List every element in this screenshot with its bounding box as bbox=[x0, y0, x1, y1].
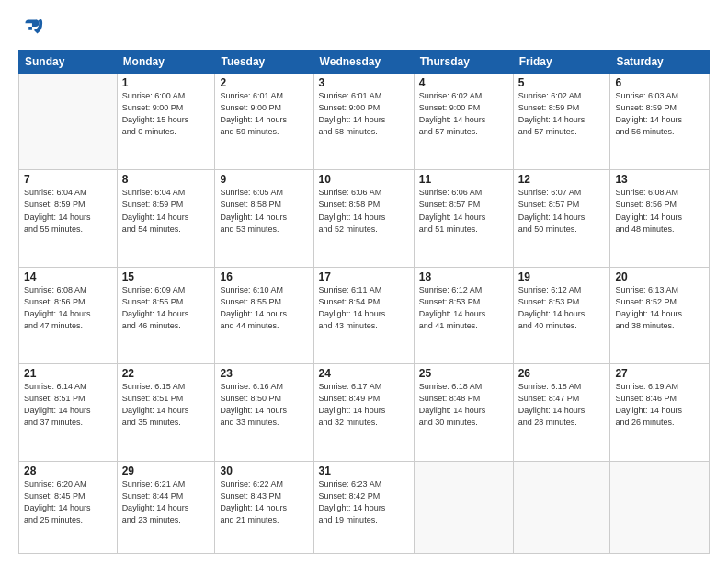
calendar-cell: 23Sunrise: 6:16 AM Sunset: 8:50 PM Dayli… bbox=[215, 364, 313, 461]
day-number: 23 bbox=[220, 367, 308, 380]
day-number: 16 bbox=[220, 270, 308, 283]
calendar-cell: 31Sunrise: 6:23 AM Sunset: 8:42 PM Dayli… bbox=[313, 461, 414, 553]
calendar-cell: 21Sunrise: 6:14 AM Sunset: 8:51 PM Dayli… bbox=[19, 364, 118, 461]
day-number: 25 bbox=[419, 367, 508, 380]
day-info: Sunrise: 6:08 AM Sunset: 8:56 PM Dayligh… bbox=[24, 284, 112, 332]
day-info: Sunrise: 6:05 AM Sunset: 8:58 PM Dayligh… bbox=[220, 187, 308, 235]
day-number: 30 bbox=[220, 465, 308, 477]
day-info: Sunrise: 6:09 AM Sunset: 8:55 PM Dayligh… bbox=[122, 284, 210, 332]
calendar-cell: 1Sunrise: 6:00 AM Sunset: 9:00 PM Daylig… bbox=[117, 74, 215, 170]
day-number: 13 bbox=[615, 173, 704, 186]
day-info: Sunrise: 6:12 AM Sunset: 8:53 PM Dayligh… bbox=[518, 284, 606, 332]
calendar-cell: 25Sunrise: 6:18 AM Sunset: 8:48 PM Dayli… bbox=[414, 364, 513, 461]
day-number: 1 bbox=[122, 76, 210, 89]
calendar-cell: 26Sunrise: 6:18 AM Sunset: 8:47 PM Dayli… bbox=[513, 364, 610, 461]
day-number: 9 bbox=[220, 173, 308, 186]
calendar-cell: 13Sunrise: 6:08 AM Sunset: 8:56 PM Dayli… bbox=[610, 170, 710, 267]
day-info: Sunrise: 6:04 AM Sunset: 8:59 PM Dayligh… bbox=[24, 187, 112, 235]
weekday-header-saturday: Saturday bbox=[610, 51, 710, 74]
day-number: 22 bbox=[122, 367, 210, 380]
calendar-cell: 9Sunrise: 6:05 AM Sunset: 8:58 PM Daylig… bbox=[215, 170, 313, 267]
logo-icon bbox=[18, 15, 44, 40]
week-row-3: 14Sunrise: 6:08 AM Sunset: 8:56 PM Dayli… bbox=[19, 267, 710, 363]
calendar-cell bbox=[414, 461, 513, 553]
day-info: Sunrise: 6:08 AM Sunset: 8:56 PM Dayligh… bbox=[615, 187, 704, 235]
calendar-cell: 16Sunrise: 6:10 AM Sunset: 8:55 PM Dayli… bbox=[215, 267, 313, 363]
week-row-4: 21Sunrise: 6:14 AM Sunset: 8:51 PM Dayli… bbox=[19, 364, 710, 461]
day-number: 14 bbox=[24, 270, 112, 283]
day-number: 17 bbox=[319, 270, 409, 283]
header bbox=[18, 15, 710, 40]
day-info: Sunrise: 6:11 AM Sunset: 8:54 PM Dayligh… bbox=[319, 284, 409, 332]
calendar-cell: 30Sunrise: 6:22 AM Sunset: 8:43 PM Dayli… bbox=[215, 461, 313, 553]
day-number: 27 bbox=[615, 367, 704, 380]
weekday-header-tuesday: Tuesday bbox=[215, 51, 313, 74]
day-number: 29 bbox=[122, 465, 210, 477]
day-info: Sunrise: 6:20 AM Sunset: 8:45 PM Dayligh… bbox=[24, 478, 112, 526]
day-number: 26 bbox=[518, 367, 606, 380]
day-info: Sunrise: 6:06 AM Sunset: 8:58 PM Dayligh… bbox=[319, 187, 409, 235]
day-info: Sunrise: 6:02 AM Sunset: 9:00 PM Dayligh… bbox=[419, 90, 508, 138]
calendar-cell: 29Sunrise: 6:21 AM Sunset: 8:44 PM Dayli… bbox=[117, 461, 215, 553]
calendar-cell: 2Sunrise: 6:01 AM Sunset: 9:00 PM Daylig… bbox=[215, 74, 313, 170]
calendar-cell bbox=[19, 74, 118, 170]
calendar-cell: 6Sunrise: 6:03 AM Sunset: 8:59 PM Daylig… bbox=[610, 74, 710, 170]
day-info: Sunrise: 6:12 AM Sunset: 8:53 PM Dayligh… bbox=[419, 284, 508, 332]
day-number: 8 bbox=[122, 173, 210, 186]
day-number: 20 bbox=[615, 270, 704, 283]
calendar-cell: 12Sunrise: 6:07 AM Sunset: 8:57 PM Dayli… bbox=[513, 170, 610, 267]
day-info: Sunrise: 6:23 AM Sunset: 8:42 PM Dayligh… bbox=[319, 478, 409, 526]
calendar-cell: 4Sunrise: 6:02 AM Sunset: 9:00 PM Daylig… bbox=[414, 74, 513, 170]
day-info: Sunrise: 6:03 AM Sunset: 8:59 PM Dayligh… bbox=[615, 90, 704, 138]
day-info: Sunrise: 6:19 AM Sunset: 8:46 PM Dayligh… bbox=[615, 381, 704, 429]
day-number: 31 bbox=[319, 465, 409, 477]
calendar-cell: 3Sunrise: 6:01 AM Sunset: 9:00 PM Daylig… bbox=[313, 74, 414, 170]
day-info: Sunrise: 6:01 AM Sunset: 9:00 PM Dayligh… bbox=[319, 90, 409, 138]
logo bbox=[18, 15, 48, 40]
day-number: 28 bbox=[24, 465, 112, 477]
day-number: 11 bbox=[419, 173, 508, 186]
day-info: Sunrise: 6:06 AM Sunset: 8:57 PM Dayligh… bbox=[419, 187, 508, 235]
calendar-cell: 8Sunrise: 6:04 AM Sunset: 8:59 PM Daylig… bbox=[117, 170, 215, 267]
calendar-cell: 15Sunrise: 6:09 AM Sunset: 8:55 PM Dayli… bbox=[117, 267, 215, 363]
calendar-cell: 11Sunrise: 6:06 AM Sunset: 8:57 PM Dayli… bbox=[414, 170, 513, 267]
calendar-cell: 18Sunrise: 6:12 AM Sunset: 8:53 PM Dayli… bbox=[414, 267, 513, 363]
weekday-header-row: SundayMondayTuesdayWednesdayThursdayFrid… bbox=[19, 51, 710, 74]
day-info: Sunrise: 6:07 AM Sunset: 8:57 PM Dayligh… bbox=[518, 187, 606, 235]
calendar-cell: 28Sunrise: 6:20 AM Sunset: 8:45 PM Dayli… bbox=[19, 461, 118, 553]
day-number: 19 bbox=[518, 270, 606, 283]
day-number: 3 bbox=[319, 76, 409, 89]
day-info: Sunrise: 6:01 AM Sunset: 9:00 PM Dayligh… bbox=[220, 90, 308, 138]
calendar-cell: 24Sunrise: 6:17 AM Sunset: 8:49 PM Dayli… bbox=[313, 364, 414, 461]
day-number: 6 bbox=[615, 76, 704, 89]
calendar-cell: 19Sunrise: 6:12 AM Sunset: 8:53 PM Dayli… bbox=[513, 267, 610, 363]
calendar-cell: 27Sunrise: 6:19 AM Sunset: 8:46 PM Dayli… bbox=[610, 364, 710, 461]
day-number: 24 bbox=[319, 367, 409, 380]
day-number: 5 bbox=[518, 76, 606, 89]
calendar-cell: 22Sunrise: 6:15 AM Sunset: 8:51 PM Dayli… bbox=[117, 364, 215, 461]
week-row-1: 1Sunrise: 6:00 AM Sunset: 9:00 PM Daylig… bbox=[19, 74, 710, 170]
weekday-header-monday: Monday bbox=[117, 51, 215, 74]
day-number: 21 bbox=[24, 367, 112, 380]
day-info: Sunrise: 6:04 AM Sunset: 8:59 PM Dayligh… bbox=[122, 187, 210, 235]
day-info: Sunrise: 6:10 AM Sunset: 8:55 PM Dayligh… bbox=[220, 284, 308, 332]
day-info: Sunrise: 6:02 AM Sunset: 8:59 PM Dayligh… bbox=[518, 90, 606, 138]
calendar-cell: 7Sunrise: 6:04 AM Sunset: 8:59 PM Daylig… bbox=[19, 170, 118, 267]
calendar-table: SundayMondayTuesdayWednesdayThursdayFrid… bbox=[18, 50, 710, 554]
day-info: Sunrise: 6:22 AM Sunset: 8:43 PM Dayligh… bbox=[220, 478, 308, 526]
day-info: Sunrise: 6:16 AM Sunset: 8:50 PM Dayligh… bbox=[220, 381, 308, 429]
page: SundayMondayTuesdayWednesdayThursdayFrid… bbox=[0, 0, 728, 563]
day-number: 15 bbox=[122, 270, 210, 283]
day-number: 4 bbox=[419, 76, 508, 89]
day-info: Sunrise: 6:21 AM Sunset: 8:44 PM Dayligh… bbox=[122, 478, 210, 526]
weekday-header-thursday: Thursday bbox=[414, 51, 513, 74]
calendar-cell: 20Sunrise: 6:13 AM Sunset: 8:52 PM Dayli… bbox=[610, 267, 710, 363]
day-info: Sunrise: 6:18 AM Sunset: 8:48 PM Dayligh… bbox=[419, 381, 508, 429]
day-info: Sunrise: 6:17 AM Sunset: 8:49 PM Dayligh… bbox=[319, 381, 409, 429]
calendar-cell bbox=[610, 461, 710, 553]
weekday-header-wednesday: Wednesday bbox=[313, 51, 414, 74]
calendar-cell: 5Sunrise: 6:02 AM Sunset: 8:59 PM Daylig… bbox=[513, 74, 610, 170]
week-row-5: 28Sunrise: 6:20 AM Sunset: 8:45 PM Dayli… bbox=[19, 461, 710, 553]
day-info: Sunrise: 6:14 AM Sunset: 8:51 PM Dayligh… bbox=[24, 381, 112, 429]
day-number: 7 bbox=[24, 173, 112, 186]
